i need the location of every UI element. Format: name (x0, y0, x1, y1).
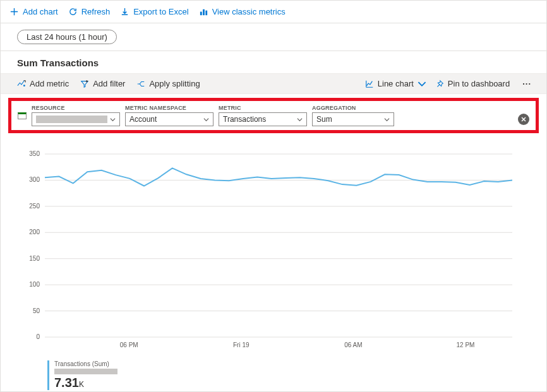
export-button[interactable]: Export to Excel (120, 7, 188, 16)
svg-text:150: 150 (29, 255, 40, 262)
more-button[interactable]: ··· (519, 79, 535, 88)
chart-type-label: Line chart (378, 79, 414, 88)
svg-rect-0 (200, 12, 202, 16)
resource-label: RESOURCE (32, 105, 120, 111)
chevron-down-icon (384, 117, 390, 122)
svg-text:200: 200 (29, 229, 40, 235)
chart-title: Sum Transactions (1, 51, 546, 73)
apply-splitting-button[interactable]: Apply splitting (136, 79, 200, 88)
chevron-down-icon (203, 117, 209, 122)
chart-type-dropdown[interactable]: Line chart (365, 79, 426, 88)
add-chart-button[interactable]: Add chart (9, 7, 58, 16)
time-range-pill[interactable]: Last 24 hours (1 hour) (17, 30, 117, 44)
line-chart-icon (365, 80, 374, 88)
add-metric-label: Add metric (30, 79, 69, 88)
pin-dashboard-button[interactable]: Pin to dashboard (435, 79, 510, 88)
chevron-down-icon (418, 80, 426, 88)
metric-dropdown[interactable]: Transactions (219, 112, 307, 126)
svg-text:12 PM: 12 PM (457, 342, 475, 348)
svg-rect-1 (203, 9, 205, 15)
resource-card-icon (18, 112, 27, 119)
metric-value: Transactions (223, 115, 266, 124)
aggregation-dropdown[interactable]: Sum (312, 112, 394, 126)
resource-value-placeholder (36, 116, 107, 123)
svg-point-3 (24, 85, 25, 86)
svg-text:06 PM: 06 PM (120, 342, 138, 348)
chevron-down-icon (110, 117, 116, 122)
pin-label: Pin to dashboard (448, 79, 510, 88)
metric-label: METRIC (219, 105, 307, 111)
add-filter-button[interactable]: Add filter (80, 79, 125, 88)
chevron-down-icon (297, 117, 303, 122)
svg-text:50: 50 (33, 307, 40, 314)
namespace-label: METRIC NAMESPACE (125, 105, 213, 111)
svg-text:0: 0 (36, 333, 40, 340)
namespace-value: Account (129, 115, 157, 124)
metric-selector-row: RESOURCE METRIC NAMESPACE Account METRIC… (8, 98, 539, 133)
add-chart-label: Add chart (23, 7, 58, 16)
resource-dropdown[interactable] (32, 112, 120, 126)
svg-text:100: 100 (29, 281, 40, 288)
summary-subtext-placeholder (54, 369, 117, 374)
filter-icon (80, 80, 89, 88)
add-metric-button[interactable]: Add metric (17, 79, 69, 88)
svg-text:300: 300 (29, 176, 40, 183)
aggregation-value: Sum (316, 115, 332, 124)
summary-label: Transactions (Sum) (54, 360, 136, 367)
svg-rect-2 (205, 11, 207, 16)
close-icon (520, 116, 527, 122)
refresh-icon (68, 7, 78, 16)
add-filter-label: Add filter (93, 79, 125, 88)
bar-chart-icon (199, 7, 208, 16)
refresh-label: Refresh (81, 7, 111, 16)
view-classic-label: View classic metrics (212, 7, 286, 16)
summary-value: 7.31 (54, 376, 79, 389)
summary-card: Transactions (Sum) 7.31K (47, 360, 136, 390)
svg-text:250: 250 (29, 203, 40, 210)
svg-text:350: 350 (29, 151, 40, 157)
time-range-label: Last 24 hours (1 hour) (27, 32, 107, 42)
apply-splitting-label: Apply splitting (149, 79, 200, 88)
remove-metric-button[interactable] (518, 114, 529, 125)
split-icon (136, 80, 145, 88)
summary-unit: K (79, 380, 84, 389)
refresh-button[interactable]: Refresh (68, 7, 111, 16)
download-icon (120, 7, 129, 16)
plus-icon (9, 7, 19, 16)
svg-text:06 AM: 06 AM (344, 342, 362, 348)
metrics-line-chart: 05010015020025030035006 PMFri 1906 AM12 … (20, 151, 525, 353)
namespace-dropdown[interactable]: Account (125, 112, 213, 126)
svg-text:Fri 19: Fri 19 (233, 342, 249, 348)
aggregation-label: AGGREGATION (312, 105, 394, 111)
add-metric-icon (17, 80, 26, 88)
view-classic-button[interactable]: View classic metrics (199, 7, 286, 16)
pin-icon (435, 80, 444, 88)
export-label: Export to Excel (133, 7, 188, 16)
